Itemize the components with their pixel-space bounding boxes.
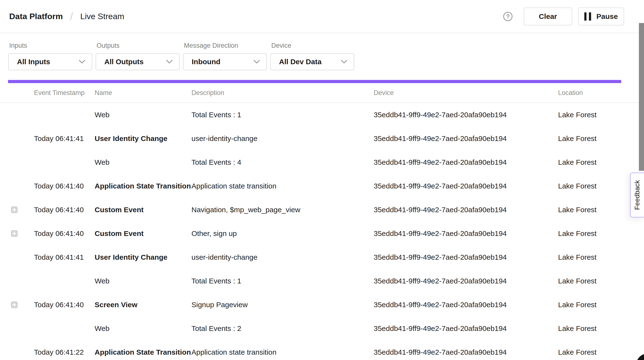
cell-device: 35eddb41-9ff9-49e2-7aed-20afa90eb194 — [374, 301, 558, 309]
cell-event-timestamp: Today 06:41:40 — [34, 229, 95, 238]
table-row[interactable]: Today 06:41:41 User Identity Change user… — [0, 127, 644, 151]
expand-row-button[interactable] — [11, 230, 18, 237]
cell-name: User Identity Change — [95, 253, 192, 261]
help-icon[interactable]: ? — [503, 12, 512, 21]
breadcrumb-data-platform[interactable]: Data Platform — [9, 12, 63, 21]
outputs-filter-select[interactable]: All Outputs — [96, 53, 180, 70]
chevron-down-icon — [166, 60, 173, 64]
expand-row-button[interactable] — [11, 301, 18, 308]
filter-label: Device — [271, 42, 354, 49]
cell-device: 35eddb41-9ff9-49e2-7aed-20afa90eb194 — [374, 348, 558, 356]
table-row[interactable]: Today 06:41:22 Application State Transit… — [0, 340, 644, 360]
cell-name: Web — [95, 277, 192, 285]
stream-active-indicator — [8, 80, 621, 83]
pause-label: Pause — [596, 12, 618, 20]
cell-location: Lake Forest — [558, 158, 644, 167]
filter-label: Outputs — [96, 42, 180, 49]
cell-device: 35eddb41-9ff9-49e2-7aed-20afa90eb194 — [374, 182, 558, 190]
cell-event-timestamp: Today 06:41:22 — [34, 348, 95, 356]
table-body: Web Total Events : 1 35eddb41-9ff9-49e2-… — [0, 103, 644, 360]
events-table: Event Timestamp Name Description Device … — [0, 83, 644, 360]
chevron-down-icon — [253, 60, 260, 64]
cell-device: 35eddb41-9ff9-49e2-7aed-20afa90eb194 — [374, 277, 558, 285]
table-row[interactable]: Today 06:41:41 User Identity Change user… — [0, 245, 644, 269]
cell-description: Application state transition — [192, 182, 374, 190]
cell-location: Lake Forest — [558, 135, 644, 143]
column-header-event-timestamp: Event Timestamp — [34, 89, 95, 97]
table-header-row: Event Timestamp Name Description Device … — [0, 83, 644, 103]
column-header-name: Name — [95, 89, 192, 97]
pause-button[interactable]: Pause — [578, 7, 624, 25]
cell-location: Lake Forest — [558, 277, 644, 285]
cell-event-timestamp: Today 06:41:41 — [34, 135, 95, 143]
filter-outputs: Outputs All Outputs — [96, 42, 180, 70]
cell-device: 35eddb41-9ff9-49e2-7aed-20afa90eb194 — [374, 229, 558, 238]
cell-device: 35eddb41-9ff9-49e2-7aed-20afa90eb194 — [374, 158, 558, 167]
cell-description: Total Events : 1 — [192, 111, 374, 119]
cell-description: Application state transition — [192, 348, 374, 356]
expand-row-button[interactable] — [11, 206, 18, 213]
filter-device: Device All Dev Data — [270, 42, 354, 70]
cell-name: Application State Transition — [95, 182, 192, 190]
header-buttons: Clear Pause — [524, 7, 624, 25]
cell-name: Web — [95, 158, 192, 167]
selected-value: All Inputs — [17, 58, 50, 66]
feedback-tab[interactable]: Feedback — [630, 173, 644, 217]
cell-device: 35eddb41-9ff9-49e2-7aed-20afa90eb194 — [374, 206, 558, 214]
table-row[interactable]: Web Total Events : 4 35eddb41-9ff9-49e2-… — [0, 151, 644, 174]
table-row[interactable]: Today 06:41:40 Screen View Signup Pagevi… — [0, 293, 644, 317]
filter-label: Message Direction — [184, 42, 267, 49]
cell-device: 35eddb41-9ff9-49e2-7aed-20afa90eb194 — [374, 135, 558, 143]
cell-device: 35eddb41-9ff9-49e2-7aed-20afa90eb194 — [374, 324, 558, 333]
breadcrumb: Data Platform / Live Stream — [9, 11, 124, 22]
scrollbar[interactable] — [639, 23, 644, 171]
cell-location: Lake Forest — [558, 229, 644, 238]
table-row[interactable]: Web Total Events : 1 35eddb41-9ff9-49e2-… — [0, 269, 644, 293]
cell-description: user-identity-change — [192, 135, 374, 143]
selected-value: All Dev Data — [279, 58, 322, 66]
cell-name: Custom Event — [95, 206, 192, 214]
selected-value: Inbound — [192, 58, 220, 66]
cell-event-timestamp: Today 06:41:40 — [34, 206, 95, 214]
cell-name: Application State Transition — [95, 348, 192, 356]
filter-bar: Inputs All Inputs Outputs All Outputs Me… — [0, 33, 644, 70]
cell-description: Other, sign up — [192, 229, 374, 238]
filter-label: Inputs — [9, 42, 92, 49]
cell-location: Lake Forest — [558, 301, 644, 309]
cell-name: Custom Event — [95, 229, 192, 238]
table-row[interactable]: Today 06:41:40 Custom Event Navigation, … — [0, 198, 644, 222]
table-row[interactable]: Today 06:41:40 Custom Event Other, sign … — [0, 222, 644, 245]
cell-description: user-identity-change — [192, 253, 374, 261]
breadcrumb-separator: / — [70, 11, 73, 22]
cell-description: Total Events : 4 — [192, 158, 374, 167]
feedback-label: Feedback — [634, 180, 641, 210]
cell-name: User Identity Change — [95, 135, 192, 143]
page-title: Live Stream — [80, 12, 124, 21]
table-row[interactable]: Today 06:41:40 Application State Transit… — [0, 174, 644, 198]
table-row[interactable]: Web Total Events : 1 35eddb41-9ff9-49e2-… — [0, 103, 644, 127]
cell-location: Lake Forest — [558, 324, 644, 333]
cell-location: Lake Forest — [558, 348, 644, 356]
message-direction-filter-select[interactable]: Inbound — [183, 53, 267, 70]
cell-event-timestamp: Today 06:41:41 — [34, 253, 95, 261]
cell-description: Total Events : 1 — [192, 277, 374, 285]
clear-button[interactable]: Clear — [524, 7, 572, 25]
cell-device: 35eddb41-9ff9-49e2-7aed-20afa90eb194 — [374, 253, 558, 261]
cell-device: 35eddb41-9ff9-49e2-7aed-20afa90eb194 — [374, 111, 558, 119]
chevron-down-icon — [341, 60, 348, 64]
filter-inputs: Inputs All Inputs — [8, 42, 92, 70]
column-header-device: Device — [374, 89, 558, 97]
device-filter-select[interactable]: All Dev Data — [270, 53, 354, 70]
table-row[interactable]: Web Total Events : 2 35eddb41-9ff9-49e2-… — [0, 317, 644, 340]
cell-description: Navigation, $mp_web_page_view — [192, 206, 374, 214]
inputs-filter-select[interactable]: All Inputs — [8, 53, 92, 70]
column-header-location: Location — [558, 89, 644, 97]
column-header-description: Description — [192, 89, 374, 97]
pause-icon — [584, 12, 591, 20]
cell-location: Lake Forest — [558, 253, 644, 261]
cell-description: Total Events : 2 — [192, 324, 374, 333]
selected-value: All Outputs — [104, 58, 144, 66]
chevron-down-icon — [78, 60, 86, 64]
cell-event-timestamp: Today 06:41:40 — [34, 182, 95, 190]
cell-name: Web — [95, 111, 192, 119]
